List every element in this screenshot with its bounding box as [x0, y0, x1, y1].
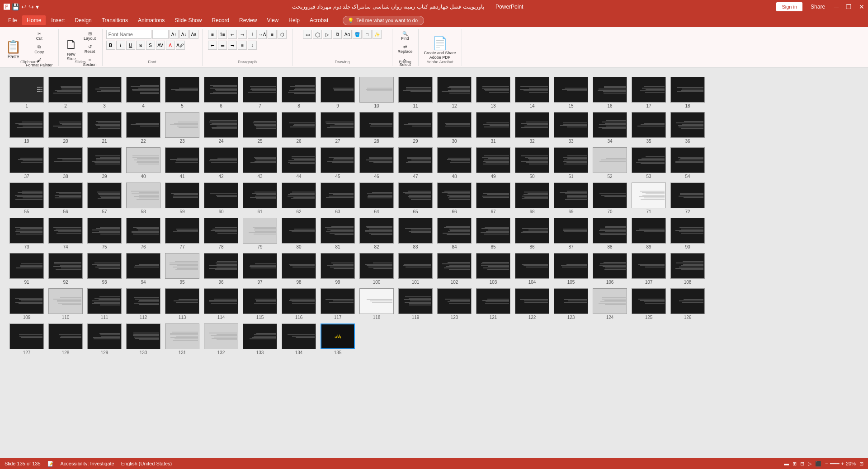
- slide-item[interactable]: 106: [592, 253, 627, 285]
- bold-button[interactable]: B: [106, 41, 115, 50]
- slide-item[interactable]: 30: [437, 112, 472, 144]
- slide-item[interactable]: 36: [670, 112, 705, 144]
- underline-button[interactable]: U: [126, 41, 135, 50]
- slide-item[interactable]: 3: [87, 77, 122, 108]
- slide-item[interactable]: 68: [514, 183, 550, 214]
- align-text-button[interactable]: ≡: [268, 30, 277, 39]
- accessibility-status[interactable]: Accessibility: Investigate: [61, 461, 114, 467]
- slide-item[interactable]: 90: [670, 218, 705, 249]
- char-spacing-button[interactable]: AV: [156, 41, 165, 50]
- slide-item[interactable]: 66: [437, 183, 472, 214]
- slide-item[interactable]: 51: [553, 147, 589, 179]
- slide-item[interactable]: 74: [48, 218, 83, 249]
- outline-view-button[interactable]: ⊞: [793, 461, 797, 467]
- text-direction-button[interactable]: ↔A: [258, 30, 267, 39]
- zoom-in-button[interactable]: +: [841, 461, 844, 466]
- slide-item[interactable]: 62: [281, 183, 316, 214]
- slide-item[interactable]: 130: [126, 324, 161, 355]
- slide-item[interactable]: 22: [126, 112, 161, 144]
- layout-button[interactable]: ⊞ Layout: [81, 30, 99, 42]
- quick-styles-button[interactable]: Aα: [343, 30, 352, 39]
- slide-item[interactable]: 5: [165, 77, 200, 108]
- slide-item[interactable]: 26: [281, 112, 316, 144]
- slide-item[interactable]: ■■■■■■■■■■■■■■■1: [9, 77, 44, 108]
- slide-item[interactable]: 99: [320, 253, 355, 285]
- slide-item[interactable]: 31: [476, 112, 511, 144]
- menu-review[interactable]: Review: [235, 15, 261, 25]
- slide-item[interactable]: 134: [281, 324, 316, 355]
- slide-item[interactable]: 53: [631, 147, 666, 179]
- slide-item[interactable]: 11: [398, 77, 433, 108]
- slide-item[interactable]: 73: [9, 218, 44, 249]
- highlight-button[interactable]: A🖊: [176, 41, 185, 50]
- shape2-button[interactable]: ◯: [313, 30, 322, 39]
- slide-panel[interactable]: ■■■■■■■■■■■■■■■1234567891011121314151617…: [0, 68, 868, 458]
- slide-item[interactable]: 114: [203, 288, 239, 320]
- slide-item[interactable]: 54: [670, 147, 705, 179]
- italic-button[interactable]: I: [116, 41, 125, 50]
- slide-item[interactable]: 96: [203, 253, 239, 285]
- menu-help[interactable]: Help: [284, 15, 304, 25]
- redo-button[interactable]: ↪: [28, 3, 34, 10]
- slide-item[interactable]: 43: [242, 147, 278, 179]
- strikethrough-button[interactable]: S̶: [136, 41, 145, 50]
- slide-item[interactable]: 113: [165, 288, 200, 320]
- slide-item[interactable]: 59: [165, 183, 200, 214]
- slide-item[interactable]: 61: [242, 183, 278, 214]
- slide-item[interactable]: 28: [359, 112, 394, 144]
- slide-item[interactable]: 52: [592, 147, 627, 179]
- slide-item[interactable]: 131: [165, 324, 200, 355]
- align-right-button[interactable]: ➡: [228, 41, 237, 50]
- slide-item[interactable]: 79: [242, 218, 278, 249]
- sign-in-button[interactable]: Sign in: [776, 2, 802, 11]
- slide-item[interactable]: 103: [476, 253, 511, 285]
- slide-item[interactable]: 80: [281, 218, 316, 249]
- slide-item[interactable]: 19: [9, 112, 44, 144]
- restore-button[interactable]: ❐: [846, 3, 852, 10]
- slide-item[interactable]: 18: [670, 77, 705, 108]
- slide-item[interactable]: 105: [553, 253, 589, 285]
- normal-view-button[interactable]: ▬: [784, 461, 789, 466]
- slide-item[interactable]: 75: [87, 218, 122, 249]
- minimize-button[interactable]: ─: [834, 3, 839, 10]
- zoom-slider[interactable]: ━━━: [830, 461, 840, 467]
- shape1-button[interactable]: ▭: [303, 30, 312, 39]
- slide-item[interactable]: 57: [87, 183, 122, 214]
- slide-item[interactable]: 40: [126, 147, 161, 179]
- slide-item[interactable]: 27: [320, 112, 355, 144]
- tell-me-box[interactable]: 💡 Tell me what you want to do: [343, 16, 424, 25]
- customize-qat-button[interactable]: ▾: [36, 3, 39, 10]
- menu-view[interactable]: View: [262, 15, 283, 25]
- slide-item[interactable]: 110: [48, 288, 83, 320]
- line-spacing-button[interactable]: ↕: [248, 41, 257, 50]
- slide-item[interactable]: 16: [592, 77, 627, 108]
- slide-item[interactable]: 84: [437, 218, 472, 249]
- slide-item[interactable]: 91: [9, 253, 44, 285]
- shadow-button[interactable]: S: [146, 41, 155, 50]
- align-center-button[interactable]: ☰: [218, 41, 227, 50]
- slide-item[interactable]: 45: [320, 147, 355, 179]
- slide-item[interactable]: 119: [398, 288, 433, 320]
- slide-item[interactable]: 9: [320, 77, 355, 108]
- slide-item[interactable]: 63: [320, 183, 355, 214]
- slide-item[interactable]: 107: [631, 253, 666, 285]
- save-button[interactable]: 💾: [12, 3, 19, 10]
- slide-item[interactable]: 124: [592, 288, 627, 320]
- slide-item[interactable]: 101: [398, 253, 433, 285]
- slide-item[interactable]: 70: [592, 183, 627, 214]
- reading-view-button[interactable]: ▷: [808, 461, 811, 467]
- menu-transitions[interactable]: Transitions: [97, 15, 132, 25]
- slideshow-button[interactable]: ⬛: [815, 461, 821, 467]
- slide-item[interactable]: 72: [670, 183, 705, 214]
- language-indicator[interactable]: English (United States): [121, 461, 172, 467]
- slide-item[interactable]: 42: [203, 147, 239, 179]
- slide-item[interactable]: 47: [398, 147, 433, 179]
- slide-item[interactable]: 4: [126, 77, 161, 108]
- new-slide-button[interactable]: 🗋 New Slide: [62, 36, 80, 62]
- slide-item[interactable]: 13: [476, 77, 511, 108]
- slide-item[interactable]: 65: [398, 183, 433, 214]
- font-color-button[interactable]: A: [166, 41, 175, 50]
- shape-outline-button[interactable]: □: [363, 30, 372, 39]
- slide-item[interactable]: 7: [242, 77, 278, 108]
- slide-item[interactable]: 67: [476, 183, 511, 214]
